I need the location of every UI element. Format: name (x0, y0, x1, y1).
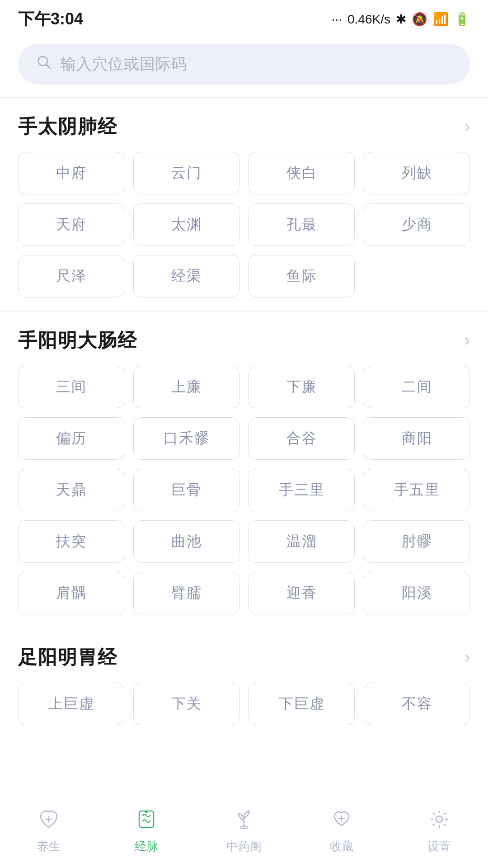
acupoint-btn[interactable]: 臂臑 (133, 572, 239, 614)
nav-label-health: 养生 (37, 839, 61, 854)
nav-item-favorites[interactable]: 收藏 (305, 808, 378, 854)
bottom-nav: 养生 经脉 中药阁 (0, 799, 488, 868)
svg-point-3 (145, 811, 148, 813)
search-bar[interactable]: 输入穴位或国际码 (18, 44, 470, 85)
meridian-icon (136, 808, 157, 835)
section-li-title: 手阳明大肠经 (18, 328, 137, 353)
signal-icon: ··· (332, 12, 342, 27)
status-bar: 下午3:04 ··· 0.46K/s ✱ 🔕 📶 🔋 (0, 0, 488, 35)
acupoint-btn[interactable]: 合谷 (249, 417, 355, 460)
section-st-arrow[interactable]: › (465, 648, 470, 667)
acupoint-btn[interactable]: 迎香 (249, 572, 355, 614)
acupoint-btn[interactable]: 口禾髎 (133, 417, 239, 460)
nav-item-settings[interactable]: 设置 (403, 808, 475, 854)
acupoint-btn[interactable]: 商阳 (364, 417, 470, 460)
section-st-header[interactable]: 足阳明胃经 › (18, 645, 470, 670)
nav-label-settings: 设置 (427, 839, 451, 854)
nav-item-herbs[interactable]: 中药阁 (208, 808, 280, 854)
health-icon (38, 808, 60, 835)
nav-item-meridian[interactable]: 经脉 (110, 808, 183, 854)
acupoint-btn[interactable]: 天府 (18, 203, 124, 246)
acupoint-btn[interactable]: 手三里 (249, 469, 355, 511)
acupoint-btn[interactable]: 曲池 (133, 520, 239, 563)
svg-point-5 (436, 816, 442, 822)
section-lung-arrow[interactable]: › (465, 117, 470, 136)
acupoint-btn[interactable]: 云门 (133, 152, 239, 194)
herbs-icon (233, 808, 255, 835)
acupoint-btn[interactable]: 天鼎 (18, 469, 124, 511)
section-lung-title: 手太阴肺经 (18, 114, 117, 139)
nav-item-health[interactable]: 养生 (13, 808, 85, 854)
svg-rect-2 (139, 811, 154, 827)
acupoint-btn[interactable]: 巨骨 (133, 469, 239, 511)
acupoint-btn[interactable]: 孔最 (249, 203, 355, 246)
acupoint-btn[interactable]: 手五里 (364, 469, 470, 511)
section-li-header[interactable]: 手阳明大肠经 › (18, 328, 470, 353)
acupoint-btn[interactable]: 二间 (364, 366, 470, 408)
acupoint-btn[interactable]: 中府 (18, 152, 124, 194)
settings-icon (428, 808, 450, 835)
lung-acupoints-grid: 中府 云门 侠白 列缺 天府 太渊 孔最 少商 尺泽 经渠 鱼际 (18, 152, 470, 297)
acupoint-btn[interactable]: 扶突 (18, 520, 124, 563)
nav-label-herbs: 中药阁 (226, 839, 262, 854)
acupoint-btn[interactable]: 不容 (364, 683, 470, 725)
li-acupoints-grid: 三间 上廉 下廉 二间 偏历 口禾髎 合谷 商阳 天鼎 巨骨 手三里 手五里 扶… (18, 366, 470, 614)
section-lung-header[interactable]: 手太阴肺经 › (18, 114, 470, 139)
section-stomach: 足阳明胃经 › 上巨虚 下关 下巨虚 不容 (0, 628, 488, 739)
nav-label-meridian: 经脉 (135, 839, 158, 854)
acupoint-btn[interactable]: 侠白 (249, 152, 355, 194)
acupoint-btn[interactable]: 下巨虚 (249, 683, 355, 725)
acupoint-btn[interactable]: 太渊 (133, 203, 239, 246)
status-time: 下午3:04 (18, 8, 83, 30)
battery-icon: 🔋 (454, 12, 470, 27)
acupoint-btn[interactable]: 偏历 (18, 417, 124, 460)
acupoint-btn[interactable]: 尺泽 (18, 255, 124, 297)
search-bar-wrapper: 输入穴位或国际码 (0, 35, 488, 97)
section-st-title: 足阳明胃经 (18, 645, 117, 670)
st-acupoints-grid: 上巨虚 下关 下巨虚 不容 (18, 683, 470, 725)
acupoint-btn[interactable]: 上廉 (133, 366, 239, 408)
speed-indicator: 0.46K/s (347, 12, 390, 27)
acupoint-btn[interactable]: 下廉 (249, 366, 355, 408)
nav-label-favorites: 收藏 (330, 839, 353, 854)
status-icons: ··· 0.46K/s ✱ 🔕 📶 🔋 (332, 12, 470, 27)
bluetooth-icon: ✱ (396, 12, 406, 27)
svg-line-1 (47, 64, 51, 69)
acupoint-btn[interactable]: 温溜 (249, 520, 355, 563)
acupoint-btn[interactable]: 少商 (364, 203, 470, 246)
acupoint-btn[interactable]: 经渠 (133, 255, 239, 297)
search-placeholder: 输入穴位或国际码 (61, 54, 187, 75)
section-li-arrow[interactable]: › (465, 331, 470, 350)
section-large-intestine: 手阳明大肠经 › 三间 上廉 下廉 二间 偏历 口禾髎 合谷 商阳 天鼎 巨骨 … (0, 311, 488, 628)
section-lung: 手太阴肺经 › 中府 云门 侠白 列缺 天府 太渊 孔最 少商 尺泽 经渠 鱼际 (0, 98, 488, 311)
acupoint-btn[interactable]: 三间 (18, 366, 124, 408)
search-icon (36, 54, 52, 75)
content-scroll: 手太阴肺经 › 中府 云门 侠白 列缺 天府 太渊 孔最 少商 尺泽 经渠 鱼际… (0, 98, 488, 811)
acupoint-btn[interactable]: 阳溪 (364, 572, 470, 614)
acupoint-btn[interactable]: 肩髃 (18, 572, 124, 614)
favorites-icon (331, 808, 352, 835)
wifi-icon: 📶 (433, 12, 449, 27)
acupoint-btn[interactable]: 上巨虚 (18, 683, 124, 725)
acupoint-btn[interactable]: 列缺 (364, 152, 470, 194)
mute-icon: 🔕 (412, 12, 427, 27)
acupoint-btn[interactable]: 鱼际 (249, 255, 355, 297)
acupoint-btn[interactable]: 下关 (133, 683, 239, 725)
acupoint-btn[interactable]: 肘髎 (364, 520, 470, 563)
